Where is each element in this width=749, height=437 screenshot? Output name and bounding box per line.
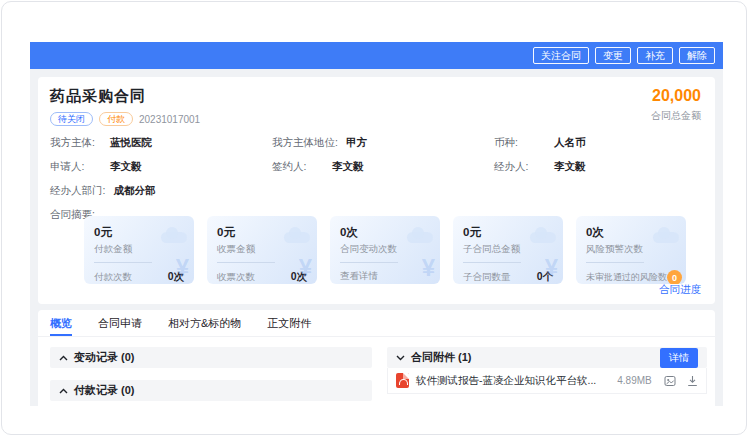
download-icon[interactable] — [687, 375, 698, 387]
cloud-watermark-icon — [530, 232, 556, 243]
cloud-watermark-icon — [284, 232, 310, 243]
section-payment-records[interactable]: 付款记录 (0) — [50, 380, 372, 401]
contract-number: 20231017001 — [139, 114, 200, 125]
chevron-down-icon — [396, 355, 405, 361]
contract-action-bar: 关注合同 变更 补充 解除 — [30, 42, 723, 69]
stat-card-payment-amount: 0元 付款金额 付款次数 0次 — [84, 216, 194, 284]
chevron-up-icon — [59, 388, 68, 394]
terminate-button[interactable]: 解除 — [679, 47, 715, 64]
stat-card-contract-changes: 0次 合同变动次数 查看详情 — [330, 216, 440, 284]
contract-fields: 我方主体: 蓝悦医院 我方主体地位: 甲方 币种: 人名币 申请人: 李文毅 — [50, 135, 702, 221]
contract-progress-link[interactable]: 合同进度 — [659, 283, 701, 297]
tab-contract-application[interactable]: 合同申请 — [98, 310, 142, 336]
tab-bar: 概览 合同申请 相对方&标的物 正文附件 — [38, 310, 715, 337]
left-column: 变动记录 (0) 付款记录 (0) — [50, 347, 372, 401]
tab-body-attachments[interactable]: 正文附件 — [267, 310, 311, 336]
field-signer: 签约人: 李文毅 — [272, 159, 494, 173]
supplement-button[interactable]: 补充 — [637, 47, 673, 64]
field-our-party: 我方主体: 蓝悦医院 — [50, 135, 272, 149]
view-details-link[interactable]: 查看详情 — [340, 270, 378, 283]
money-bag-icon — [176, 254, 189, 282]
field-handler-department: 经办人部门: 成都分部 — [50, 183, 702, 197]
field-applicant: 申请人: 李文毅 — [50, 159, 272, 173]
pdf-file-icon — [396, 373, 409, 388]
tab-overview[interactable]: 概览 — [50, 310, 72, 336]
chevron-up-icon — [59, 355, 68, 361]
preview-icon[interactable] — [664, 375, 676, 387]
follow-contract-button[interactable]: 关注合同 — [533, 47, 589, 64]
tab-counterparty-subject[interactable]: 相对方&标的物 — [168, 310, 241, 336]
cloud-watermark-icon — [161, 232, 187, 243]
contract-info-card: 药品采购合同 待关闭 付款 20231017001 20,000 合同总金额 我… — [38, 77, 715, 304]
money-bag-icon — [299, 254, 312, 282]
section-contract-attachments[interactable]: 合同附件 (1) 详情 — [387, 347, 707, 368]
cloud-watermark-icon — [653, 232, 679, 243]
field-our-party-role: 我方主体地位: 甲方 — [272, 135, 494, 149]
right-column: 合同附件 (1) 详情 软件测试报告-蓝凌企业知识化平台软... 4.89MB — [387, 347, 707, 401]
content-area: 药品采购合同 待关闭 付款 20231017001 20,000 合同总金额 我… — [30, 69, 723, 406]
page-title: 药品采购合同 — [50, 87, 146, 106]
attachment-file-name[interactable]: 软件测试报告-蓝凌企业知识化平台软... — [416, 374, 596, 388]
attachment-file-size: 4.89MB — [617, 375, 651, 386]
stat-card-row: 0元 付款金额 付款次数 0次 0元 收票金额 — [84, 216, 686, 284]
stat-card-subcontract-amount: 0元 子合同总金额 子合同数量 0个 — [453, 216, 563, 284]
status-badge-pending-close: 待关闭 — [50, 112, 93, 126]
field-currency: 币种: 人名币 — [494, 135, 702, 149]
screenshot-stage: 关注合同 变更 补充 解除 药品采购合同 待关闭 付款 20231017001 … — [0, 0, 749, 437]
field-handler: 经办人: 李文毅 — [494, 159, 702, 173]
change-button[interactable]: 变更 — [595, 47, 631, 64]
attachment-detail-button[interactable]: 详情 — [660, 348, 698, 368]
cloud-watermark-icon — [407, 232, 433, 243]
section-change-records[interactable]: 变动记录 (0) — [50, 347, 372, 368]
stat-card-risk-warnings: 0次 风险预警次数 未审批通过的风险数 0 — [576, 216, 686, 284]
total-amount-value: 20,000 — [651, 87, 701, 105]
status-badge-row: 待关闭 付款 20231017001 — [50, 112, 200, 126]
attachment-actions — [664, 375, 698, 387]
overview-sections: 变动记录 (0) 付款记录 (0) — [38, 337, 715, 401]
money-bag-icon — [422, 254, 435, 282]
app-frame: 关注合同 变更 补充 解除 药品采购合同 待关闭 付款 20231017001 … — [1, 1, 747, 435]
attachment-row: 软件测试报告-蓝凌企业知识化平台软... 4.89MB — [387, 368, 707, 394]
detail-tabs-card: 概览 合同申请 相对方&标的物 正文附件 变动记录 (0) — [38, 310, 715, 406]
total-amount-block: 20,000 合同总金额 — [651, 87, 701, 123]
stat-card-invoice-amount: 0元 收票金额 收票次数 0次 — [207, 216, 317, 284]
total-amount-label: 合同总金额 — [651, 109, 701, 123]
risk-count-badge: 0 — [667, 270, 682, 284]
status-badge-payment: 付款 — [99, 112, 133, 126]
money-bag-icon — [545, 254, 558, 282]
